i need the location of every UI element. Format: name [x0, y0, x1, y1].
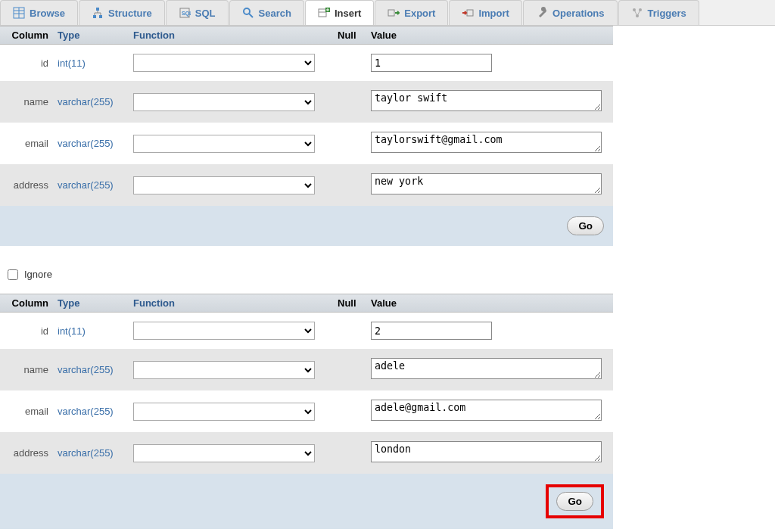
insert-icon [318, 7, 330, 19]
header-null-2: Null [333, 297, 366, 309]
row-email-1: email varchar(255) [0, 123, 613, 164]
tab-search[interactable]: Search [229, 0, 304, 25]
highlight-box: Go [546, 484, 604, 518]
func-id-2[interactable] [133, 322, 315, 340]
func-address-2[interactable] [133, 444, 315, 462]
col-name-name: name [0, 96, 53, 107]
ignore-row: Ignore [0, 246, 775, 294]
tab-export[interactable]: Export [375, 0, 448, 25]
tab-operations[interactable]: Operations [523, 0, 618, 25]
ignore-label: Ignore [24, 269, 52, 280]
col-email-name: email [0, 138, 53, 149]
svg-rect-4 [93, 15, 96, 18]
import-icon [462, 7, 474, 19]
tab-import-label: Import [478, 8, 509, 19]
svg-rect-6 [96, 8, 99, 11]
wrench-icon [536, 7, 548, 19]
header-null: Null [333, 30, 366, 41]
value-address-2[interactable] [371, 441, 602, 462]
go-button-1[interactable]: Go [567, 216, 604, 235]
header-type-2: Type [53, 297, 129, 309]
func-address-1[interactable] [133, 176, 315, 194]
ignore-checkbox[interactable] [8, 269, 18, 280]
go-button-2[interactable]: Go [556, 492, 593, 511]
tab-search-label: Search [259, 8, 291, 19]
col-name-type-2: varchar(255) [53, 364, 129, 375]
header-function-2: Function [129, 297, 333, 309]
col-email-type-2: varchar(255) [53, 406, 129, 417]
header-function: Function [129, 30, 333, 41]
col-id-name-2: id [0, 325, 53, 337]
value-address-1[interactable] [371, 173, 602, 194]
tab-sql[interactable]: SQL SQL [166, 0, 229, 25]
structure-icon [92, 7, 104, 19]
col-name-name-2: name [0, 364, 53, 375]
tab-export-label: Export [404, 8, 435, 19]
svg-text:SQL: SQL [182, 11, 191, 17]
tab-browse[interactable]: Browse [0, 0, 78, 25]
header-row-2: Column Type Function Null Value [0, 294, 613, 313]
tab-insert[interactable]: Insert [305, 0, 374, 25]
tab-insert-label: Insert [335, 8, 361, 19]
value-id-2[interactable] [371, 322, 492, 340]
svg-line-25 [634, 10, 637, 16]
func-email-1[interactable] [133, 135, 315, 153]
col-address-name-2: address [0, 447, 53, 459]
tab-structure[interactable]: Structure [79, 0, 165, 25]
go-row-2: Go [0, 474, 613, 529]
col-id-type: int(11) [53, 58, 129, 69]
value-email-2[interactable] [371, 400, 602, 421]
tab-bar: Browse Structure SQL SQL Search Insert E… [0, 0, 775, 26]
row-name-1: name varchar(255) <span></span> [0, 81, 613, 123]
triggers-icon [631, 7, 643, 19]
row-name-2: name varchar(255) [0, 349, 613, 390]
svg-rect-21 [467, 10, 473, 16]
header-type: Type [53, 30, 129, 41]
svg-line-14 [249, 14, 253, 17]
col-email-type: varchar(255) [53, 138, 129, 149]
svg-point-13 [244, 8, 250, 14]
export-icon [388, 7, 400, 19]
tab-triggers[interactable]: Triggers [618, 0, 699, 25]
row-address-2: address varchar(255) [0, 432, 613, 474]
col-name-type: varchar(255) [53, 96, 129, 107]
tab-operations-label: Operations [552, 8, 605, 19]
col-email-name-2: email [0, 406, 53, 417]
tab-browse-label: Browse [30, 8, 65, 19]
header-value-2: Value [366, 297, 401, 309]
insert-form-1: Column Type Function Null Value id int(1… [0, 26, 775, 532]
func-id-1[interactable] [133, 54, 315, 72]
header-column: Column [0, 30, 53, 41]
row-id-1: id int(11) [0, 45, 613, 81]
table-icon [13, 7, 25, 19]
header-row-1: Column Type Function Null Value [0, 26, 613, 45]
col-address-type: varchar(255) [53, 179, 129, 191]
search-icon [242, 7, 254, 19]
row-id-2: id int(11) [0, 313, 613, 349]
value-id-1[interactable] [371, 54, 492, 72]
tab-structure-label: Structure [108, 8, 152, 19]
func-email-2[interactable] [133, 403, 315, 421]
svg-rect-5 [99, 15, 102, 18]
sql-icon: SQL [179, 7, 191, 19]
value-name-1[interactable]: <span></span> [371, 90, 602, 111]
col-id-type-2: int(11) [53, 325, 129, 337]
value-email-1[interactable] [371, 132, 602, 153]
tab-import[interactable]: Import [449, 0, 521, 25]
svg-rect-20 [388, 10, 394, 16]
value-name-2[interactable] [371, 358, 602, 379]
func-name-1[interactable] [133, 93, 315, 111]
col-address-name: address [0, 179, 53, 191]
go-row-1: Go [0, 206, 613, 246]
header-value: Value [366, 30, 401, 41]
func-name-2[interactable] [133, 361, 315, 379]
svg-line-26 [637, 10, 640, 16]
tab-triggers-label: Triggers [648, 8, 686, 19]
col-address-type-2: varchar(255) [53, 447, 129, 459]
col-id-name: id [0, 58, 53, 69]
header-column-2: Column [0, 297, 53, 309]
row-email-2: email varchar(255) [0, 390, 613, 432]
tab-sql-label: SQL [195, 8, 216, 19]
row-address-1: address varchar(255) [0, 164, 613, 206]
svg-rect-15 [319, 9, 326, 17]
